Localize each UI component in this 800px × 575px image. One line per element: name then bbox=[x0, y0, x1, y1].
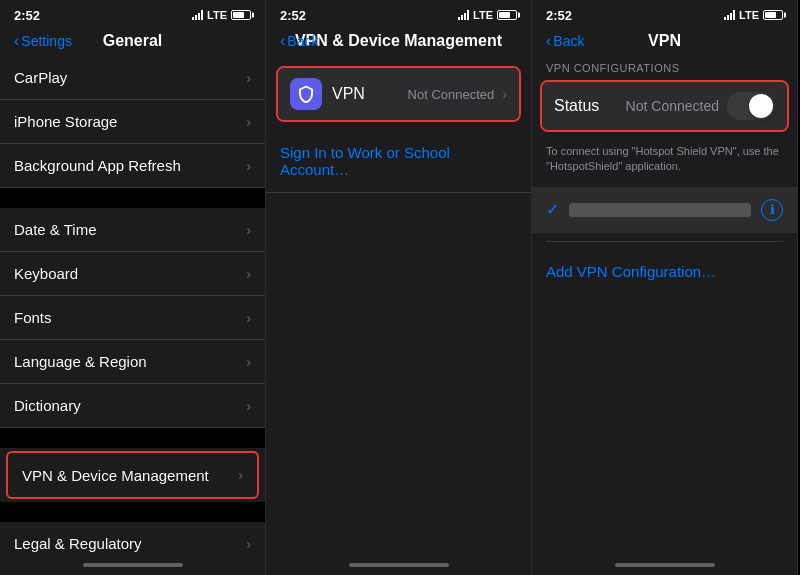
list-item-legal[interactable]: Legal & Regulatory › bbox=[0, 522, 265, 555]
signal-icon-2 bbox=[458, 10, 469, 20]
panel-general: 2:52 LTE ‹ Settings General CarPlay › iP… bbox=[0, 0, 266, 575]
settings-list-1: CarPlay › iPhone Storage › Background Ap… bbox=[0, 56, 265, 555]
item-label-keyboard: Keyboard bbox=[14, 265, 78, 282]
status-label: Status bbox=[554, 97, 599, 115]
status-icons-2: LTE bbox=[458, 9, 517, 21]
list-item-vpn-mgmt[interactable]: VPN & Device Management › bbox=[8, 453, 257, 497]
item-label-vpn-mgmt: VPN & Device Management bbox=[22, 467, 209, 484]
list-item-dictionary[interactable]: Dictionary › bbox=[0, 384, 265, 428]
item-label-language: Language & Region bbox=[14, 353, 147, 370]
vpn-config-header: VPN CONFIGURATIONS bbox=[532, 56, 797, 78]
back-button-2[interactable]: ‹ Back bbox=[280, 32, 318, 50]
back-label-2: Back bbox=[287, 33, 318, 49]
signal-icon-1 bbox=[192, 10, 203, 20]
vpn-name-redacted bbox=[569, 203, 751, 217]
connect-note: To connect using "Hotspot Shield VPN", u… bbox=[532, 138, 797, 187]
item-label-fonts: Fonts bbox=[14, 309, 52, 326]
sign-in-link[interactable]: Sign In to Work or School Account… bbox=[266, 130, 531, 193]
battery-icon-3 bbox=[763, 10, 783, 20]
chevron-icon-carplay: › bbox=[246, 70, 251, 86]
page-title-3: VPN bbox=[648, 32, 681, 50]
nav-bar-3: ‹ Back VPN bbox=[532, 28, 797, 56]
page-title-1: General bbox=[103, 32, 163, 50]
separator bbox=[546, 241, 783, 242]
battery-icon-1 bbox=[231, 10, 251, 20]
lte-icon-2: LTE bbox=[473, 9, 493, 21]
battery-fill-3 bbox=[765, 12, 776, 18]
toggle-knob bbox=[749, 94, 773, 118]
home-indicator-1 bbox=[0, 555, 265, 575]
item-label-bg-refresh: Background App Refresh bbox=[14, 157, 181, 174]
info-icon: ℹ bbox=[770, 202, 775, 217]
list-item-language[interactable]: Language & Region › bbox=[0, 340, 265, 384]
home-bar-2 bbox=[349, 563, 449, 567]
home-bar-1 bbox=[83, 563, 183, 567]
vpn-check-icon: ✓ bbox=[546, 200, 559, 219]
vpn-info-button[interactable]: ℹ bbox=[761, 199, 783, 221]
page-title-2: VPN & Device Management bbox=[295, 32, 502, 50]
vpn-toggle[interactable] bbox=[727, 92, 775, 120]
status-icons-3: LTE bbox=[724, 9, 783, 21]
vpn-icon bbox=[290, 78, 322, 110]
add-vpn-label: Add VPN Configuration… bbox=[546, 263, 716, 280]
status-value: Not Connected bbox=[626, 98, 719, 114]
add-vpn-link[interactable]: Add VPN Configuration… bbox=[532, 249, 797, 294]
status-time-2: 2:52 bbox=[280, 8, 306, 23]
vpn-status-label: Not Connected bbox=[408, 87, 495, 102]
panel-vpn-device: 2:52 LTE ‹ Back VPN & Device Management bbox=[266, 0, 532, 575]
section-gap-2 bbox=[0, 428, 265, 448]
status-bar-1: 2:52 LTE bbox=[0, 0, 265, 28]
vpn-row[interactable]: VPN Not Connected › bbox=[278, 68, 519, 120]
item-label-legal: Legal & Regulatory bbox=[14, 535, 142, 552]
back-button-3[interactable]: ‹ Back bbox=[546, 32, 584, 50]
back-button-1[interactable]: ‹ Settings bbox=[14, 32, 72, 50]
status-bar-2: 2:52 LTE bbox=[266, 0, 531, 28]
vpn-entry-row[interactable]: ✓ ℹ bbox=[532, 187, 797, 233]
chevron-icon-vpn-mgmt: › bbox=[238, 467, 243, 483]
battery-fill-1 bbox=[233, 12, 244, 18]
vpn-main-label: VPN bbox=[332, 85, 365, 103]
signal-icon-3 bbox=[724, 10, 735, 20]
status-time-3: 2:52 bbox=[546, 8, 572, 23]
status-bar-3: 2:52 LTE bbox=[532, 0, 797, 28]
section-gap-1 bbox=[0, 188, 265, 208]
list-item-background-refresh[interactable]: Background App Refresh › bbox=[0, 144, 265, 188]
home-indicator-2 bbox=[266, 555, 531, 575]
chevron-icon-dictionary: › bbox=[246, 398, 251, 414]
status-icons-1: LTE bbox=[192, 9, 251, 21]
item-label-dictionary: Dictionary bbox=[14, 397, 81, 414]
list-item-iphone-storage[interactable]: iPhone Storage › bbox=[0, 100, 265, 144]
list-item-carplay[interactable]: CarPlay › bbox=[0, 56, 265, 100]
list-item-fonts[interactable]: Fonts › bbox=[0, 296, 265, 340]
chevron-icon-fonts: › bbox=[246, 310, 251, 326]
chevron-icon-storage: › bbox=[246, 114, 251, 130]
battery-icon-2 bbox=[497, 10, 517, 20]
home-bar-3 bbox=[615, 563, 715, 567]
list-item-date-time[interactable]: Date & Time › bbox=[0, 208, 265, 252]
chevron-icon-language: › bbox=[246, 354, 251, 370]
status-time-1: 2:52 bbox=[14, 8, 40, 23]
chevron-icon-vpn-row: › bbox=[502, 86, 507, 102]
chevron-icon-date-time: › bbox=[246, 222, 251, 238]
chevron-icon-bg-refresh: › bbox=[246, 158, 251, 174]
back-label-1: Settings bbox=[21, 33, 72, 49]
item-label-carplay: CarPlay bbox=[14, 69, 67, 86]
chevron-icon-legal: › bbox=[246, 536, 251, 552]
panel-vpn: 2:52 LTE ‹ Back VPN VPN CONFIGURATIONS S… bbox=[532, 0, 798, 575]
lte-icon-3: LTE bbox=[739, 9, 759, 21]
chevron-left-icon-2: ‹ bbox=[280, 32, 285, 50]
sign-in-label: Sign In to Work or School Account… bbox=[280, 144, 450, 178]
lte-icon-1: LTE bbox=[207, 9, 227, 21]
back-label-3: Back bbox=[553, 33, 584, 49]
item-label-iphone-storage: iPhone Storage bbox=[14, 113, 117, 130]
nav-bar-1: ‹ Settings General bbox=[0, 28, 265, 56]
section-gap-3 bbox=[0, 502, 265, 522]
status-row[interactable]: Status Not Connected bbox=[542, 82, 787, 130]
home-indicator-3 bbox=[532, 555, 797, 575]
chevron-icon-keyboard: › bbox=[246, 266, 251, 282]
chevron-left-icon-3: ‹ bbox=[546, 32, 551, 50]
item-label-date-time: Date & Time bbox=[14, 221, 97, 238]
list-item-keyboard[interactable]: Keyboard › bbox=[0, 252, 265, 296]
chevron-left-icon-1: ‹ bbox=[14, 32, 19, 50]
nav-bar-2: ‹ Back VPN & Device Management bbox=[266, 28, 531, 56]
